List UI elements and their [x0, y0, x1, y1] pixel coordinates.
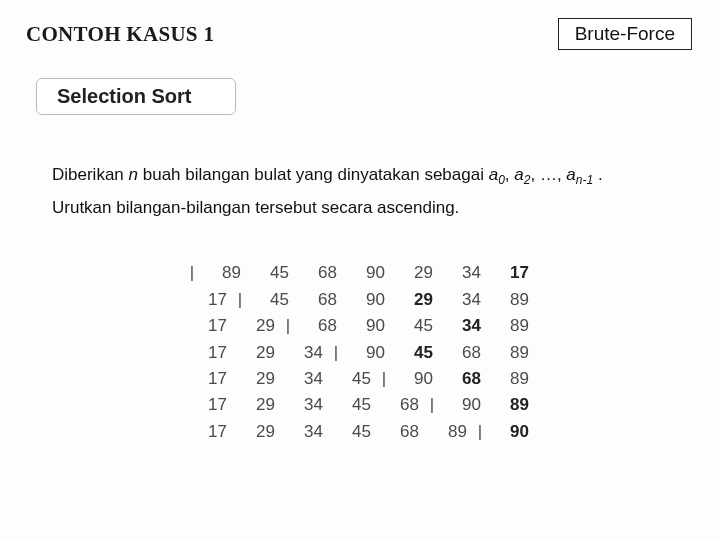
trace-cell: 17: [185, 287, 233, 313]
page-title: CONTOH KASUS 1: [26, 22, 214, 47]
trace-cell: 68: [377, 392, 425, 418]
trace-cell: 68: [295, 313, 343, 339]
trace-cell: 29: [391, 260, 439, 286]
trace-cell: 34: [439, 287, 487, 313]
trace-cell: 29: [391, 287, 439, 313]
trace-row: 172934|90456889: [110, 340, 610, 366]
trace-cell: 90: [439, 392, 487, 418]
trace-cell: 29: [233, 419, 281, 445]
trace-cell: 90: [487, 419, 535, 445]
trace-cell: 45: [247, 287, 295, 313]
divider-bar: |: [281, 313, 295, 339]
trace-row: 17|456890293489: [110, 287, 610, 313]
trace-cell: 89: [487, 392, 535, 418]
trace-cell: 34: [281, 419, 329, 445]
trace-cell: 68: [439, 340, 487, 366]
trace-cell: 29: [233, 313, 281, 339]
trace-cell: 34: [439, 260, 487, 286]
trace-cell: 29: [233, 340, 281, 366]
trace-cell: 17: [185, 366, 233, 392]
trace-cell: 34: [281, 392, 329, 418]
trace-cell: 17: [487, 260, 535, 286]
trace-cell: 90: [343, 260, 391, 286]
trace-cell: 90: [391, 366, 439, 392]
trace-cell: 90: [343, 313, 391, 339]
trace-cell: 68: [295, 260, 343, 286]
problem-line-1: Diberikan n buah bilangan bulat yang din…: [52, 159, 720, 192]
header-row: CONTOH KASUS 1 Brute-Force: [0, 0, 720, 50]
trace-cell: 34: [281, 366, 329, 392]
trace-row: |89456890293417: [110, 260, 610, 286]
divider-bar: |: [425, 392, 439, 418]
trace-cell: 90: [343, 287, 391, 313]
algorithm-tag: Selection Sort: [36, 78, 236, 115]
trace-cell: 68: [295, 287, 343, 313]
trace-cell: 68: [377, 419, 425, 445]
trace-cell: 89: [487, 287, 535, 313]
trace-cell: 17: [185, 419, 233, 445]
trace-cell: 89: [199, 260, 247, 286]
trace-row: 17293445|906889: [110, 366, 610, 392]
method-badge: Brute-Force: [558, 18, 692, 50]
trace-cell: 34: [439, 313, 487, 339]
trace-cell: 17: [185, 392, 233, 418]
title-number: 1: [203, 22, 214, 46]
divider-bar: |: [233, 287, 247, 313]
divider-bar: |: [185, 260, 199, 286]
divider-bar: |: [329, 340, 343, 366]
trace-row: 1729|6890453489: [110, 313, 610, 339]
trace-cell: 29: [233, 366, 281, 392]
trace-cell: 89: [487, 313, 535, 339]
trace-cell: 45: [329, 392, 377, 418]
trace-cell: 45: [329, 366, 377, 392]
trace-cell: 89: [487, 340, 535, 366]
divider-bar: |: [473, 419, 487, 445]
trace-row: 1729344568|9089: [110, 392, 610, 418]
divider-bar: |: [377, 366, 391, 392]
trace-cell: 17: [185, 313, 233, 339]
trace-cell: 17: [185, 340, 233, 366]
problem-text: Diberikan n buah bilangan bulat yang din…: [52, 159, 720, 224]
trace-cell: 68: [439, 366, 487, 392]
trace-cell: 45: [391, 340, 439, 366]
trace-cell: 89: [425, 419, 473, 445]
trace-cell: 29: [233, 392, 281, 418]
trace-row: 172934456889|90: [110, 419, 610, 445]
problem-line-2: Urutkan bilangan-bilangan tersebut secar…: [52, 192, 720, 224]
title-prefix: CONTOH KASUS: [26, 22, 203, 46]
trace-cell: 89: [487, 366, 535, 392]
trace-cell: 45: [329, 419, 377, 445]
trace-cell: 45: [391, 313, 439, 339]
trace-cell: 34: [281, 340, 329, 366]
trace-cell: 90: [343, 340, 391, 366]
sort-trace-table: |8945689029341717|4568902934891729|68904…: [110, 260, 610, 444]
trace-cell: 45: [247, 260, 295, 286]
